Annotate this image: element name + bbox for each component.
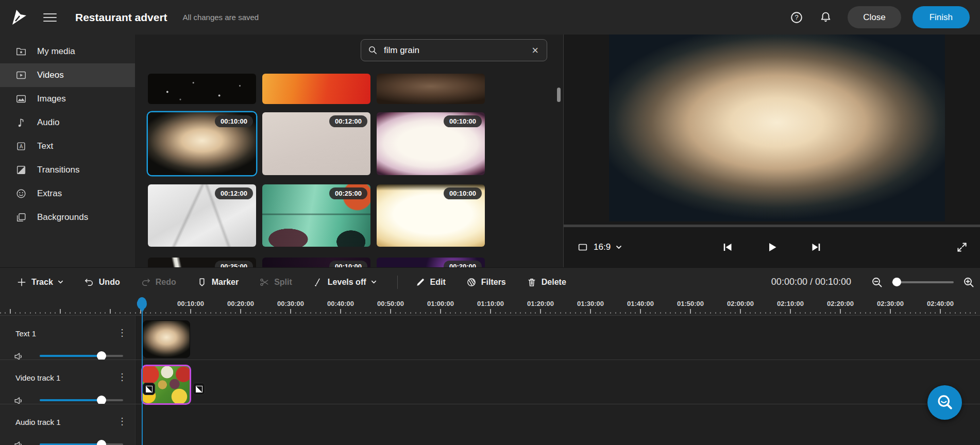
search-fab[interactable]: [927, 385, 962, 420]
project-title: Restaurant advert: [75, 11, 167, 24]
sidebar-item-label: My media: [37, 46, 75, 57]
media-thumbnail[interactable]: 00:25:00: [148, 258, 256, 267]
chevron-down-icon: [616, 244, 622, 250]
bell-icon: [819, 11, 832, 24]
playhead-handle[interactable]: [137, 297, 147, 310]
marker-button[interactable]: Marker: [197, 277, 239, 287]
timeline-zoom-thumb[interactable]: [892, 278, 901, 286]
timeline-tracks: Text 1 ⋮ Video track 1 ⋮: [0, 315, 980, 445]
transition-slot-right[interactable]: [193, 383, 205, 395]
ruler-tick-label: 02:40:00: [927, 300, 954, 307]
media-thumbnail-grid: 00:10:00 00:12:00 00:10:00 00:12:00 00:2…: [135, 64, 563, 267]
volume-slider[interactable]: [40, 355, 123, 357]
timecode-display: 00:00:00 / 00:10:00: [771, 277, 851, 287]
media-thumbnail-selected[interactable]: 00:10:00: [148, 112, 256, 175]
ruler-tick-label: 00:20:00: [227, 300, 254, 307]
media-thumbnail[interactable]: 00:12:00: [262, 112, 370, 175]
media-thumbnail[interactable]: 00:25:00: [262, 184, 370, 247]
fullscreen-button[interactable]: [955, 241, 969, 254]
sidebar-item-text[interactable]: A Text: [0, 134, 135, 158]
add-track-button[interactable]: Track: [16, 277, 63, 287]
skip-to-end-button[interactable]: [810, 241, 822, 253]
ruler-tick-label: 02:30:00: [877, 300, 904, 307]
sidebar-item-label: Text: [37, 141, 53, 151]
finish-button[interactable]: Finish: [913, 6, 970, 28]
skip-to-start-button[interactable]: [721, 241, 734, 253]
search-box[interactable]: ×: [361, 39, 547, 61]
video-icon: [15, 70, 27, 81]
media-thumbnail[interactable]: 00:20:00: [377, 258, 485, 267]
sidebar-item-backgrounds[interactable]: Backgrounds: [0, 206, 135, 229]
levels-icon: [313, 277, 323, 287]
split-button[interactable]: Split: [259, 277, 292, 287]
volume-thumb[interactable]: [97, 440, 106, 445]
playhead-line[interactable]: [142, 309, 143, 445]
search-clear-button[interactable]: ×: [530, 45, 540, 56]
save-status: All changes are saved: [183, 13, 259, 22]
volume-slider[interactable]: [40, 399, 123, 401]
filters-button[interactable]: Filters: [466, 277, 506, 287]
duration-badge: 00:10:00: [215, 115, 253, 127]
text-track-clip[interactable]: [143, 320, 190, 358]
media-thumbnail[interactable]: 00:12:00: [148, 184, 256, 247]
search-input[interactable]: [384, 45, 530, 56]
ruler-tick-label: 00:50:00: [377, 300, 404, 307]
help-button[interactable]: ?: [789, 10, 804, 25]
undo-button[interactable]: Undo: [84, 277, 120, 287]
ruler-tick-label: 02:20:00: [827, 300, 854, 307]
trash-icon: [527, 277, 537, 287]
track-header: Video track 1 ⋮: [0, 360, 136, 404]
media-thumbnail[interactable]: 00:10:00: [377, 112, 485, 175]
preview-video: [609, 35, 945, 221]
media-thumbnail[interactable]: [262, 74, 370, 104]
undo-label: Undo: [99, 278, 120, 287]
ruler-tick-label: 01:00:00: [427, 300, 454, 307]
hamburger-menu-icon[interactable]: [43, 12, 57, 23]
media-thumbnail[interactable]: 00:10:00: [262, 258, 370, 267]
ruler-tick-label: 01:10:00: [477, 300, 504, 307]
transition-slot-left[interactable]: [143, 383, 155, 395]
sidebar-item-transitions[interactable]: Transitions: [0, 158, 135, 182]
svg-text:?: ?: [795, 13, 799, 21]
track-options-button[interactable]: ⋮: [117, 372, 127, 382]
sidebar-item-videos[interactable]: Videos: [0, 63, 135, 87]
track-options-button[interactable]: ⋮: [117, 417, 127, 426]
sidebar-item-label: Extras: [37, 189, 62, 199]
speaker-icon[interactable]: [13, 439, 25, 445]
timeline-ruler[interactable]: 00 00:10:00 00:20:00 00:30:00 00:40:00 0…: [0, 296, 980, 315]
levels-button[interactable]: Levels off: [313, 277, 377, 287]
sidebar-item-audio[interactable]: Audio: [0, 111, 135, 134]
notifications-button[interactable]: [818, 10, 833, 25]
timeline-toolbar: Track Undo Redo Marker: [0, 267, 980, 296]
close-button[interactable]: Close: [848, 6, 901, 28]
media-scrollbar[interactable]: [557, 88, 561, 102]
zoom-in-icon[interactable]: [962, 276, 975, 288]
redo-label: Redo: [156, 278, 176, 287]
track-options-button[interactable]: ⋮: [117, 328, 127, 337]
sidebar-item-extras[interactable]: Extras: [0, 182, 135, 206]
ruler-tick-label: 00:40:00: [327, 300, 354, 307]
aspect-ratio-button[interactable]: 16:9: [577, 242, 622, 253]
redo-button[interactable]: Redo: [141, 277, 176, 287]
play-button[interactable]: [766, 241, 778, 253]
ruler-tick-marks[interactable]: [0, 309, 980, 314]
header-actions: ? Close Finish: [775, 6, 970, 28]
image-icon: [15, 93, 27, 105]
duration-badge: 00:20:00: [444, 261, 482, 267]
track-header: Text 1 ⋮: [0, 316, 136, 360]
delete-button[interactable]: Delete: [527, 277, 566, 287]
ruler-tick-label: 02:10:00: [777, 300, 804, 307]
ruler-tick-label: 00:30:00: [277, 300, 304, 307]
media-thumbnail[interactable]: [148, 74, 256, 104]
media-thumbnail[interactable]: 00:10:00: [377, 184, 485, 247]
edit-button[interactable]: Edit: [415, 277, 446, 287]
zoom-out-icon[interactable]: [871, 276, 883, 288]
timeline-zoom-slider[interactable]: [892, 281, 954, 283]
ruler-tick-label: 01:40:00: [627, 300, 654, 307]
folder-star-icon: [15, 46, 27, 57]
aspect-ratio-value: 16:9: [594, 242, 611, 252]
ruler-tick-label: 01:50:00: [677, 300, 704, 307]
sidebar-item-my-media[interactable]: My media: [0, 40, 135, 63]
sidebar-item-images[interactable]: Images: [0, 87, 135, 111]
media-thumbnail[interactable]: [377, 74, 485, 104]
